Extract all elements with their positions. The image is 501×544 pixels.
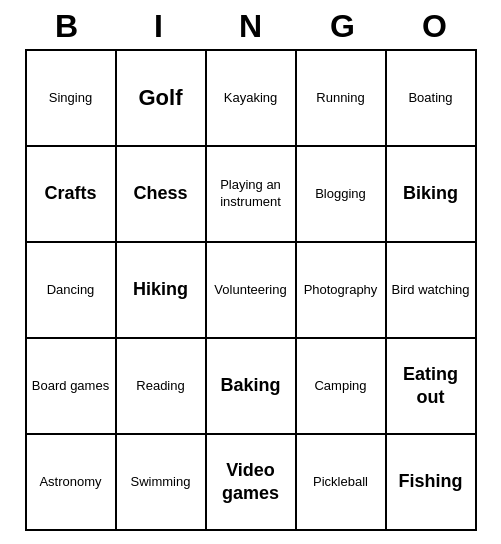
cell-r1-c1: Chess	[117, 147, 207, 243]
cell-r3-c4: Eating out	[387, 339, 477, 435]
cell-r2-c0: Dancing	[27, 243, 117, 339]
cell-r2-c3: Photography	[297, 243, 387, 339]
bingo-letter: B	[25, 8, 109, 45]
cell-r1-c2: Playing an instrument	[207, 147, 297, 243]
cell-r4-c1: Swimming	[117, 435, 207, 531]
cell-r3-c0: Board games	[27, 339, 117, 435]
cell-r3-c2: Baking	[207, 339, 297, 435]
bingo-letter: I	[117, 8, 201, 45]
cell-r3-c1: Reading	[117, 339, 207, 435]
bingo-grid: SingingGolfKayakingRunningBoatingCraftsC…	[25, 49, 477, 531]
cell-r1-c0: Crafts	[27, 147, 117, 243]
cell-r4-c3: Pickleball	[297, 435, 387, 531]
cell-r1-c4: Biking	[387, 147, 477, 243]
bingo-letter: N	[209, 8, 293, 45]
cell-r2-c1: Hiking	[117, 243, 207, 339]
cell-r4-c2: Video games	[207, 435, 297, 531]
cell-r2-c2: Volunteering	[207, 243, 297, 339]
cell-r4-c4: Fishing	[387, 435, 477, 531]
cell-r0-c0: Singing	[27, 51, 117, 147]
cell-r4-c0: Astronomy	[27, 435, 117, 531]
cell-r0-c4: Boating	[387, 51, 477, 147]
cell-r1-c3: Blogging	[297, 147, 387, 243]
cell-r3-c3: Camping	[297, 339, 387, 435]
cell-r0-c1: Golf	[117, 51, 207, 147]
cell-r2-c4: Bird watching	[387, 243, 477, 339]
bingo-letter: G	[301, 8, 385, 45]
bingo-header: BINGO	[21, 0, 481, 49]
cell-r0-c2: Kayaking	[207, 51, 297, 147]
cell-r0-c3: Running	[297, 51, 387, 147]
bingo-letter: O	[393, 8, 477, 45]
